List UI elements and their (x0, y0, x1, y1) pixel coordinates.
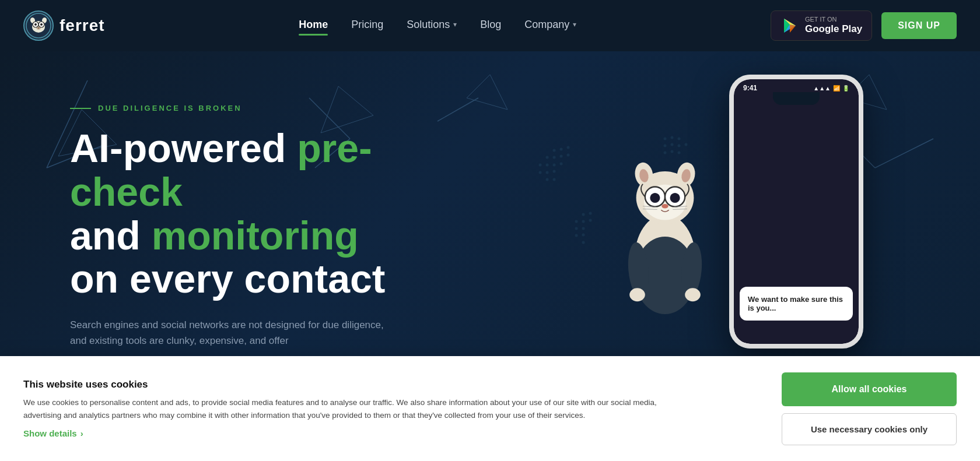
eyebrow-line (70, 108, 91, 109)
svg-point-134 (685, 288, 701, 301)
nav-pricing[interactable]: Pricing (351, 19, 383, 33)
navbar: ferret Home Pricing Solutions ▾ Blog Com… (0, 0, 980, 51)
svg-point-124 (670, 193, 680, 203)
logo-icon (23, 10, 54, 41)
chevron-right-icon: › (80, 428, 83, 438)
cookie-actions: Allow all cookies Use necessary cookies … (782, 372, 957, 445)
nav-solutions[interactable]: Solutions ▾ (407, 19, 457, 33)
brand-name: ferret (60, 16, 105, 35)
ferret-character (607, 104, 723, 325)
nav-home[interactable]: Home (299, 19, 328, 33)
necessary-cookies-button[interactable]: Use necessary cookies only (782, 413, 957, 445)
cookie-body: We use cookies to personalise content an… (23, 396, 665, 421)
google-play-button[interactable]: GET IT ON Google Play (771, 10, 872, 41)
hero-title-part1: AI-powered (70, 126, 297, 170)
cookie-banner: This website uses cookies We use cookies… (0, 356, 980, 461)
svg-marker-22 (467, 75, 508, 110)
eyebrow-text: DUE DILIGENCE IS BROKEN (98, 104, 242, 112)
svg-point-126 (662, 204, 668, 209)
solutions-chevron-icon: ▾ (453, 20, 457, 29)
hero-title-part2: and (70, 213, 152, 258)
hero-content: DUE DILIGENCE IS BROKEN AI-powered pre-c… (0, 86, 408, 349)
svg-point-7 (38, 27, 40, 29)
cookie-title: This website uses cookies (23, 379, 758, 390)
logo[interactable]: ferret (23, 10, 105, 41)
hero-subtitle: Search engines and social networks are n… (70, 317, 385, 349)
hero-title-part3: on every contact (70, 256, 385, 301)
svg-line-17 (438, 98, 478, 121)
google-play-icon (780, 16, 799, 35)
phone-message: We want to make sure this is you... (740, 287, 853, 321)
show-details-button[interactable]: Show details › (23, 428, 758, 438)
hero-title-green2: monitoring (152, 213, 359, 258)
company-chevron-icon: ▾ (573, 20, 576, 29)
allow-all-cookies-button[interactable]: Allow all cookies (782, 372, 957, 406)
nav-menu: Home Pricing Solutions ▾ Blog Company ▾ (299, 19, 576, 33)
nav-blog[interactable]: Blog (480, 19, 501, 33)
svg-point-5 (40, 23, 43, 26)
nav-company[interactable]: Company ▾ (524, 19, 576, 33)
signup-button[interactable]: SIGN UP (881, 12, 957, 39)
cookie-text-area: This website uses cookies We use cookies… (23, 379, 758, 438)
phone-mockup: 9:41 ▲▲▲ 📶 🔋 We want to make sure this i… (729, 75, 863, 349)
phone-screen: 9:41 ▲▲▲ 📶 🔋 We want to make sure this i… (734, 79, 859, 344)
hero-eyebrow: DUE DILIGENCE IS BROKEN (70, 104, 408, 112)
svg-point-133 (629, 288, 645, 301)
svg-point-123 (650, 193, 660, 203)
navbar-actions: GET IT ON Google Play SIGN UP (771, 10, 957, 41)
svg-point-4 (34, 23, 37, 26)
hero-title: AI-powered pre-check and monitoring on e… (70, 126, 408, 301)
google-play-text: GET IT ON Google Play (805, 16, 862, 36)
